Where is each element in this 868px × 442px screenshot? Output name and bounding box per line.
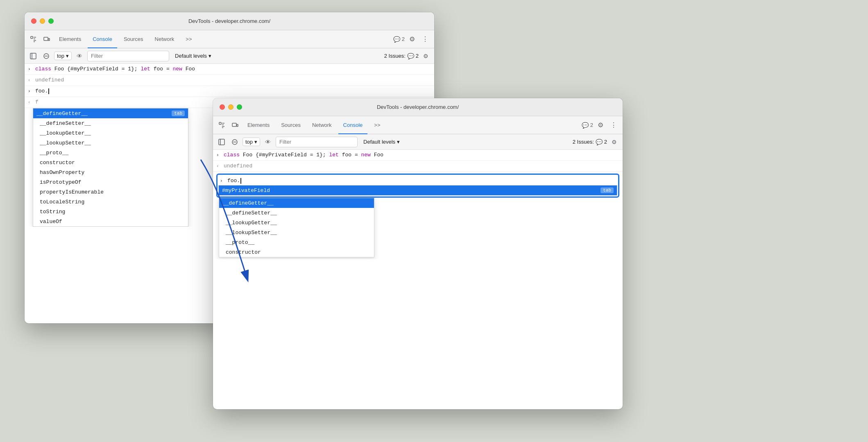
console-input-1: › class Foo {#myPrivateField = 1}; let f… <box>25 64 434 75</box>
settings-icon-2[interactable]: ⚙ <box>595 120 606 131</box>
clear-console-1[interactable] <box>41 51 52 61</box>
tab-sources-2[interactable]: Sources <box>276 116 306 134</box>
autocomplete-item-8[interactable]: propertyIsEnumerable <box>33 187 188 197</box>
close-button-2[interactable] <box>220 104 225 110</box>
title-bar-2: DevTools - developer.chrome.com/ <box>213 98 623 116</box>
w2-autocomplete-item-2[interactable]: __lookupGetter__ <box>219 218 374 228</box>
tab-hint-0: tab <box>172 110 185 116</box>
autocomplete-item-2[interactable]: __lookupGetter__ <box>33 128 188 138</box>
foo-input-area: › foo. #myPrivateField tab __defineGette… <box>213 174 623 257</box>
devtools-window-2: DevTools - developer.chrome.com/ Element… <box>213 98 623 409</box>
autocomplete-item-5[interactable]: constructor <box>33 158 188 167</box>
console-foo-input-1: › foo. <box>25 86 434 97</box>
svg-rect-1 <box>44 37 48 41</box>
window-title-1: DevTools - developer.chrome.com/ <box>188 18 270 24</box>
title-bar-1: DevTools - developer.chrome.com/ <box>25 12 434 30</box>
issues-badge-1: 2 Issues: 💬 2 ⚙ <box>384 51 431 61</box>
chat-icon-2: 💬 <box>582 122 589 129</box>
eye-icon-1[interactable]: 👁 <box>74 51 85 61</box>
console-input-2: › class Foo {#myPrivateField = 1}; let f… <box>213 150 623 161</box>
issue-chat-icon-2: 💬 <box>596 139 603 145</box>
issues-badge-2: 2 Issues: 💬 2 ⚙ <box>573 137 619 147</box>
w2-autocomplete-item-0[interactable]: __defineGetter__ <box>219 198 374 208</box>
console-toolbar-1: top ▾ 👁 Default levels ▾ 2 Issues: 💬 2 ⚙ <box>25 48 434 64</box>
window-title-2: DevTools - developer.chrome.com/ <box>377 104 459 110</box>
inspect-icon-2[interactable] <box>216 120 228 131</box>
inspect-icon[interactable] <box>28 34 39 45</box>
clear-console-2[interactable] <box>229 137 240 147</box>
maximize-button-1[interactable] <box>48 18 54 24</box>
svg-rect-0 <box>31 36 33 38</box>
autocomplete-item-7[interactable]: isPrototypeOf <box>33 177 188 187</box>
svg-rect-9 <box>232 123 236 126</box>
w2-autocomplete-item-1[interactable]: __defineSetter__ <box>219 208 374 218</box>
autocomplete-item-3[interactable]: __lookupSetter__ <box>33 138 188 148</box>
tab-console-2[interactable]: Console <box>338 116 368 134</box>
default-levels-1[interactable]: Default levels ▾ <box>172 52 215 60</box>
console-settings-1[interactable]: ⚙ <box>420 51 431 61</box>
issue-chat-icon-1: 💬 <box>407 53 414 59</box>
more-icon-2[interactable]: ⋮ <box>608 120 619 131</box>
traffic-lights-1 <box>31 18 54 24</box>
autocomplete-item-10[interactable]: toString <box>33 207 188 216</box>
tab-elements-1[interactable]: Elements <box>54 30 86 48</box>
sidebar-toggle-2[interactable] <box>216 137 227 147</box>
filter-input-1[interactable] <box>87 51 169 61</box>
svg-rect-2 <box>48 38 50 41</box>
minimize-button-1[interactable] <box>40 18 45 24</box>
autocomplete-item-4[interactable]: __proto__ <box>33 148 188 158</box>
console-foo-input-2[interactable]: › foo. <box>218 176 617 185</box>
console-output-1: ‹ undefined <box>25 75 434 86</box>
tab-elements-2[interactable]: Elements <box>242 116 274 134</box>
close-button-1[interactable] <box>31 18 36 24</box>
tab-hint-private: tab <box>601 187 614 193</box>
traffic-lights-2 <box>220 104 242 110</box>
svg-rect-10 <box>237 124 238 126</box>
w2-autocomplete-item-5[interactable]: constructor <box>219 247 374 257</box>
more-icon-1[interactable]: ⋮ <box>419 34 431 45</box>
highlight-box-2: › foo. #myPrivateField tab <box>216 174 619 198</box>
tab-network-1[interactable]: Network <box>150 30 179 48</box>
devtools-tabs-1: Elements Console Sources Network >> 💬 2 … <box>25 30 434 48</box>
w2-autocomplete-item-4[interactable]: __proto__ <box>219 237 374 247</box>
device-toggle-icon-2[interactable] <box>229 120 241 131</box>
device-toggle-icon[interactable] <box>41 34 52 45</box>
autocomplete-item-6[interactable]: hasOwnProperty <box>33 167 188 177</box>
autocomplete-item-0[interactable]: __defineGetter__ tab <box>33 108 188 118</box>
svg-rect-11 <box>219 139 224 145</box>
svg-rect-8 <box>219 122 221 124</box>
badge-area-1: 💬 2 ⚙ ⋮ <box>393 34 431 45</box>
settings-icon-1[interactable]: ⚙ <box>406 34 418 45</box>
svg-rect-3 <box>30 53 36 59</box>
minimize-button-2[interactable] <box>228 104 233 110</box>
w2-autocomplete-item-3[interactable]: __lookupSetter__ <box>219 228 374 237</box>
devtools-tabs-2: Elements Sources Network Console >> 💬 2 … <box>213 116 623 134</box>
chat-icon-1: 💬 <box>393 36 400 43</box>
autocomplete-item-1[interactable]: __defineSetter__ <box>33 118 188 128</box>
console-toolbar-2: top ▾ 👁 Default levels ▾ 2 Issues: 💬 2 ⚙ <box>213 134 623 150</box>
tab-more-2[interactable]: >> <box>369 116 385 134</box>
console-settings-2[interactable]: ⚙ <box>609 137 619 147</box>
tab-sources-1[interactable]: Sources <box>119 30 148 48</box>
private-autocomplete: #myPrivateField tab <box>218 185 617 196</box>
sidebar-toggle-1[interactable] <box>28 51 39 61</box>
filter-input-2[interactable] <box>276 137 358 147</box>
private-field-item[interactable]: #myPrivateField tab <box>219 185 617 195</box>
eye-icon-2[interactable]: 👁 <box>263 137 273 147</box>
tab-network-2[interactable]: Network <box>307 116 337 134</box>
badge-area-2: 💬 2 ⚙ ⋮ <box>582 120 619 131</box>
tab-more-1[interactable]: >> <box>181 30 197 48</box>
maximize-button-2[interactable] <box>237 104 242 110</box>
autocomplete-dropdown-1[interactable]: __defineGetter__ tab __defineSetter__ __… <box>33 108 188 227</box>
context-selector-2[interactable]: top ▾ <box>242 138 260 146</box>
autocomplete-item-9[interactable]: toLocaleString <box>33 197 188 207</box>
console-content-2: › class Foo {#myPrivateField = 1}; let f… <box>213 150 623 259</box>
autocomplete-item-11[interactable]: valueOf <box>33 216 188 226</box>
console-output-2: ‹ undefined <box>213 161 623 172</box>
default-levels-2[interactable]: Default levels ▾ <box>360 138 403 146</box>
context-selector-1[interactable]: top ▾ <box>54 52 72 60</box>
autocomplete-dropdown-2[interactable]: __defineGetter__ __defineSetter__ __look… <box>219 198 374 257</box>
tab-console-1[interactable]: Console <box>88 30 117 48</box>
